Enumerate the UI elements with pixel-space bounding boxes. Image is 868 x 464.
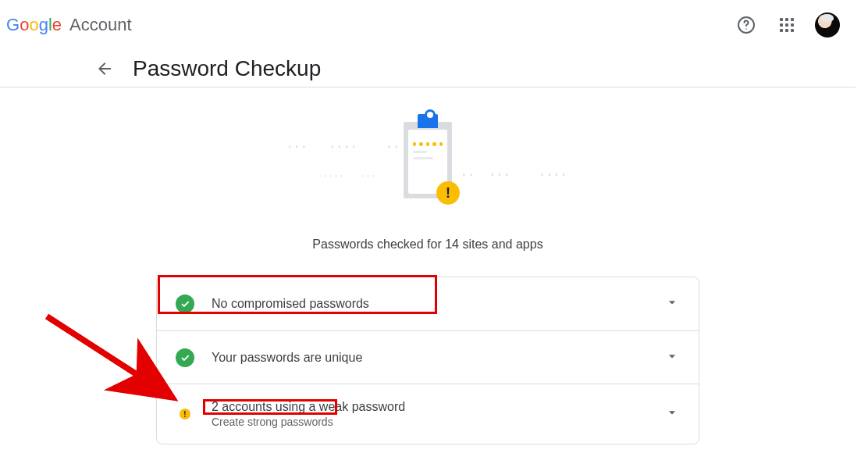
content-area: ··· ···· ·· ·· ··· ···· ····· ··· Passwo… xyxy=(0,87,856,444)
chevron-down-icon xyxy=(664,294,680,313)
logo-letter: o xyxy=(20,15,29,35)
apps-icon[interactable] xyxy=(771,9,802,41)
avatar-icon xyxy=(815,12,840,37)
item-text: 2 accounts using a weak password Create … xyxy=(212,400,647,428)
warning-icon xyxy=(180,409,190,419)
check-icon xyxy=(176,348,194,367)
svg-point-1 xyxy=(745,28,747,30)
google-logo: G o o g l e xyxy=(6,15,62,35)
header-account-label: Account xyxy=(69,15,132,35)
summary-text: Passwords checked for 14 sites and apps xyxy=(312,237,542,252)
page-title: Password Checkup xyxy=(133,56,321,81)
item-text: Your passwords are unique xyxy=(212,351,647,365)
result-item-weak[interactable]: 2 accounts using a weak password Create … xyxy=(157,384,699,444)
avatar-button[interactable] xyxy=(812,9,843,41)
logo-letter: o xyxy=(29,15,38,35)
chevron-down-icon xyxy=(664,405,680,423)
clipboard-icon xyxy=(404,122,452,198)
help-icon[interactable] xyxy=(731,9,762,41)
page-scroll[interactable]: G o o g l e Account xyxy=(0,0,856,464)
warning-badge-icon xyxy=(436,181,460,205)
title-bar: Password Checkup xyxy=(0,50,856,87)
logo-area: G o o g l e Account xyxy=(6,15,132,35)
item-title: Your passwords are unique xyxy=(212,351,647,365)
illustration: ··· ···· ·· ·· ··· ···· ····· ··· xyxy=(303,122,553,208)
logo-letter: g xyxy=(39,15,48,35)
back-button[interactable] xyxy=(95,59,114,78)
result-item-compromised[interactable]: No compromised passwords xyxy=(157,277,699,330)
back-icon xyxy=(95,59,114,78)
logo-letter: G xyxy=(6,15,20,35)
chevron-down-icon xyxy=(664,348,680,367)
item-text: No compromised passwords xyxy=(212,297,647,311)
item-title: 2 accounts using a weak password xyxy=(212,400,647,414)
header-actions xyxy=(731,9,843,41)
check-icon xyxy=(176,294,194,313)
logo-letter: e xyxy=(52,15,62,35)
results-card: No compromised passwords Your passwords … xyxy=(156,277,699,444)
result-item-unique[interactable]: Your passwords are unique xyxy=(157,330,699,384)
item-subtitle: Create strong passwords xyxy=(212,416,647,428)
item-title: No compromised passwords xyxy=(212,297,647,311)
app-header: G o o g l e Account xyxy=(0,0,856,50)
